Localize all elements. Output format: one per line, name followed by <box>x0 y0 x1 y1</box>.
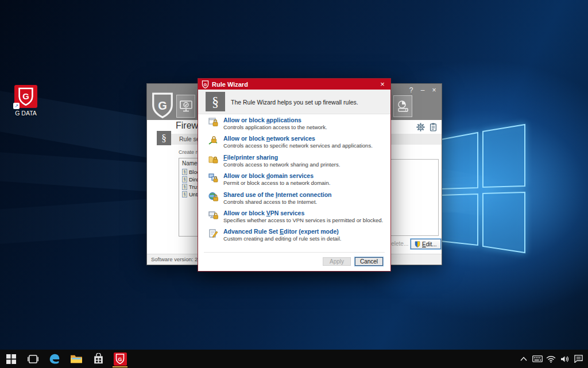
domain-computers-icon <box>208 173 218 183</box>
start-button[interactable] <box>0 350 22 368</box>
task-view-button[interactable] <box>22 350 44 368</box>
system-tray <box>517 351 588 367</box>
section-sign-icon: § <box>157 131 171 145</box>
apply-button[interactable]: Apply <box>323 257 351 266</box>
rule-set-page-icon: § <box>182 169 187 175</box>
rule-set-page-icon: § <box>182 184 187 190</box>
tray-keyboard-button[interactable] <box>531 351 543 367</box>
tray-chevron-button[interactable] <box>517 351 529 367</box>
rule-editor-icon <box>208 228 218 238</box>
minimize-button[interactable]: – <box>419 86 427 94</box>
option-allow-block-network-services[interactable]: Allow or block network services Controls… <box>198 135 390 153</box>
folder-icon <box>70 354 83 364</box>
desktop-shortcut-label: G DATA <box>9 110 42 117</box>
gdata-shield-icon: G <box>114 352 127 366</box>
chevron-up-icon <box>520 357 527 361</box>
edge-button[interactable] <box>44 350 65 368</box>
store-button[interactable] <box>87 350 109 368</box>
wizard-intro-text: The Rule Wizard helps you set up firewal… <box>231 90 358 114</box>
svg-text:G: G <box>118 357 122 362</box>
edit-access-key: E <box>422 241 426 247</box>
speaker-icon <box>560 355 569 363</box>
running-app-indicator <box>113 366 127 367</box>
close-icon[interactable]: × <box>374 79 390 90</box>
rule-set-page-icon: § <box>182 176 187 183</box>
globe-lock-icon <box>208 192 218 202</box>
uac-shield-icon <box>415 241 420 247</box>
edit-label: dit... <box>426 241 437 247</box>
option-allow-block-applications[interactable]: Allow or block applications Controls app… <box>198 117 390 135</box>
shortcut-arrow-icon: ↗ <box>13 103 20 109</box>
backup-disk-icon <box>396 99 410 113</box>
gdata-logo-icon: G <box>151 91 174 121</box>
firewall-titlebar-buttons: ? – × <box>407 86 438 94</box>
network-lock-icon <box>208 135 218 145</box>
wifi-icon <box>546 355 556 363</box>
edge-icon <box>48 352 61 365</box>
option-allow-block-vpn-services[interactable]: Allow or block VPN services Specifies wh… <box>198 210 390 228</box>
gdata-app-button[interactable]: G <box>109 350 131 368</box>
backup-module-button[interactable] <box>393 95 412 117</box>
cancel-button[interactable]: Cancel <box>355 257 383 266</box>
help-button[interactable]: ? <box>407 86 415 94</box>
svg-text:G: G <box>204 82 207 86</box>
monitor-check-icon <box>179 99 193 113</box>
option-advanced-rule-set-editor[interactable]: Advanced Rule Set Editor (expert mode) C… <box>198 228 390 246</box>
svg-text:G: G <box>158 99 167 112</box>
rule-wizard-titlebar: G Rule Wizard <box>198 79 390 90</box>
edit-button[interactable]: Edit... <box>411 239 441 249</box>
option-file-printer-sharing[interactable]: File/printer sharing Controls access to … <box>198 154 390 172</box>
clipboard-icon[interactable] <box>430 123 437 131</box>
close-button[interactable]: × <box>430 86 438 94</box>
wizard-options-list: Allow or block applications Controls app… <box>198 117 390 247</box>
tray-wifi-button[interactable] <box>545 351 557 367</box>
windows-logo-icon <box>6 354 16 364</box>
rule-wizard-dialog: G Rule Wizard × § The Rule Wizard helps … <box>198 78 391 272</box>
option-shared-internet-connection[interactable]: Shared use of the Internet connection Co… <box>198 191 390 210</box>
touch-keyboard-icon <box>532 355 543 362</box>
rule-wizard-header: § The Rule Wizard helps you set up firew… <box>198 90 390 114</box>
security-center-module-button[interactable] <box>176 95 195 118</box>
gdata-shield-icon: G ↗ <box>14 85 37 108</box>
application-lock-icon <box>208 117 218 127</box>
tray-volume-button[interactable] <box>559 351 571 367</box>
windows-hero-logo <box>431 118 540 261</box>
gear-icon[interactable] <box>416 123 425 131</box>
dialog-title: Rule Wizard <box>212 81 248 88</box>
store-bag-icon <box>93 353 104 365</box>
task-view-icon <box>28 354 38 364</box>
section-sign-icon: § <box>206 92 225 111</box>
desktop-shortcut-gdata[interactable]: G ↗ G DATA <box>9 85 42 117</box>
tray-action-center-button[interactable] <box>572 351 585 367</box>
folder-printer-icon <box>208 154 218 164</box>
vpn-lock-icon <box>208 210 218 220</box>
gdata-shield-icon: G <box>202 80 209 88</box>
taskbar: G <box>0 350 588 368</box>
button-separator <box>204 252 385 253</box>
rule-set-page-icon: § <box>182 191 187 197</box>
svg-text:G: G <box>22 92 29 101</box>
file-explorer-button[interactable] <box>65 350 87 368</box>
option-allow-block-domain-services[interactable]: Allow or block domain services Permit or… <box>198 172 390 191</box>
action-center-icon <box>574 355 583 363</box>
